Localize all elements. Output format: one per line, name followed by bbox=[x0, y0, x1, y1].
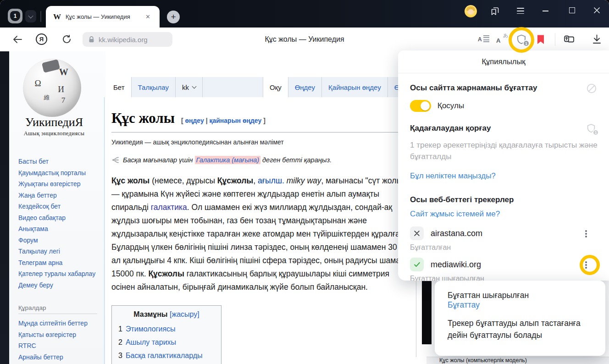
wiki-tab-label: Оқу bbox=[270, 83, 282, 91]
toc-number: 1 bbox=[118, 325, 122, 333]
wiki-tagline: Ашық энциклопедиясы bbox=[9, 130, 99, 137]
content-border bbox=[104, 97, 105, 364]
toc-hide-link[interactable]: [жасыру] bbox=[170, 310, 199, 318]
window-maximize-button[interactable] bbox=[569, 7, 575, 13]
profile-avatar[interactable] bbox=[465, 5, 477, 17]
bracket: [ bbox=[181, 117, 183, 124]
yandex-logo-icon[interactable]: Я bbox=[36, 33, 47, 45]
edit-link[interactable]: өңдеу bbox=[185, 117, 204, 124]
tracking-description: 1 трекер әрекеттеріңізді қадағалауға тыр… bbox=[410, 139, 598, 162]
toc-link[interactable]: Этимологиясы bbox=[126, 325, 176, 333]
side-panels-icon[interactable] bbox=[490, 6, 500, 16]
wiki-page-tabs: Бет Талқылау kk Оқу Өңдеу Қайнарын өңдеу… bbox=[107, 77, 422, 97]
sidebar-link[interactable]: Қателер туралы хабарлау bbox=[18, 268, 101, 280]
address-bar[interactable]: kk.wikipedia.org bbox=[83, 32, 172, 47]
trackers-section-title: Осы веб-беттегі трекерлер bbox=[410, 195, 597, 204]
globe-letter: И bbox=[58, 84, 64, 94]
sidebar-link[interactable]: Форум bbox=[18, 235, 101, 246]
hatnote-prefix: Басқа мағыналар үшін bbox=[123, 156, 195, 164]
wiki-tab-label: Өңдеу bbox=[295, 83, 315, 91]
reader-letter: A bbox=[478, 36, 482, 43]
article-link[interactable]: ағылш. bbox=[258, 176, 284, 185]
bookmark-icon[interactable] bbox=[537, 34, 545, 45]
sidebar-link[interactable]: Қауымдастық порталы bbox=[18, 167, 101, 179]
tracker-row: mediawiki.org Бұғаттан шығарылған bbox=[410, 258, 597, 281]
toc-link[interactable]: Басқа галактикаларды ашу bbox=[118, 352, 203, 364]
window-close-button[interactable] bbox=[593, 7, 600, 14]
toggle-knob bbox=[421, 101, 430, 110]
passwords-icon[interactable] bbox=[563, 34, 575, 45]
translate-kana: あ bbox=[503, 32, 508, 39]
globe-letter: 維 bbox=[44, 94, 50, 102]
refresh-button[interactable] bbox=[61, 34, 72, 44]
toc-number: 2 bbox=[118, 338, 122, 346]
puzzle-piece bbox=[42, 59, 60, 73]
back-button[interactable] bbox=[12, 34, 23, 44]
tab-group-button[interactable]: 1 bbox=[8, 9, 22, 23]
privacy-panel: Құпиялылық Осы сайтта жарнаманы бұғаттау… bbox=[398, 50, 609, 281]
browser-tab-active[interactable]: W Құс жолы — Уикипедия ✕ bbox=[46, 6, 160, 28]
tracker-menu-button[interactable] bbox=[581, 259, 591, 270]
tab-close-icon[interactable]: ✕ bbox=[145, 13, 150, 20]
protect-shield-button[interactable]: 1 bbox=[516, 34, 527, 45]
disambiguation-icon bbox=[111, 156, 119, 164]
toc-link[interactable]: Ашылу тарихы bbox=[126, 338, 176, 346]
tracker-list: airastana.com Бұғатталған mediawiki.org … bbox=[410, 226, 597, 281]
url-text: kk.wikipedia.org bbox=[99, 36, 148, 44]
article-link[interactable]: галактика bbox=[151, 203, 187, 212]
toc-item[interactable]: 1Этимологиясы bbox=[118, 322, 215, 336]
sidebar-link[interactable]: Демеу беру bbox=[18, 280, 101, 291]
globe-letter: W bbox=[59, 67, 68, 77]
sidebar-link[interactable]: Видео сабақтар bbox=[18, 212, 101, 224]
article-image-fragment bbox=[422, 281, 432, 344]
hatnote-suffix: деген бетті қараңыз. bbox=[260, 156, 332, 164]
avatar-face bbox=[468, 9, 474, 15]
sidebar-link[interactable]: Қатысты өзгерістер bbox=[18, 329, 101, 341]
tab-group-chevron-button[interactable] bbox=[25, 10, 36, 22]
download-icon[interactable] bbox=[592, 34, 602, 44]
sidebar-link[interactable]: Телеграм арна bbox=[18, 257, 101, 269]
new-tab-button[interactable]: + bbox=[167, 11, 180, 23]
wiki-tab[interactable]: Бет bbox=[107, 77, 132, 97]
wiki-tab[interactable]: Оқу bbox=[263, 77, 288, 97]
x-icon bbox=[414, 230, 420, 237]
toc-item[interactable]: 2Ашылу тарихы bbox=[118, 336, 215, 349]
tracking-badge: 1 bbox=[592, 129, 599, 136]
toc-item[interactable]: 3Басқа галактикаларды ашу bbox=[118, 349, 215, 364]
tracking-section-title: Қадағалаудан қорғау bbox=[410, 124, 491, 133]
reader-lines bbox=[483, 35, 489, 44]
hatnote-link[interactable]: Галактика (мағына) bbox=[195, 156, 261, 164]
menu-block-action[interactable]: Бұғаттау bbox=[448, 300, 480, 309]
sidebar-link[interactable]: Жуықтағы өзгерістер bbox=[18, 178, 101, 190]
sidebar-link[interactable]: Талқылау легі bbox=[18, 246, 101, 257]
tab-group-count: 1 bbox=[14, 13, 17, 19]
tracker-menu-button[interactable] bbox=[581, 228, 591, 239]
hatnote: Басқа мағыналар үшін Галактика (мағына) … bbox=[111, 156, 332, 164]
site-not-working-link[interactable]: Сайт жұмыс істемей ме? bbox=[410, 210, 500, 219]
wiki-sidebar: W Ω И 維 7 УикипедиЯ Ашық энциклопедиясы … bbox=[9, 51, 105, 364]
sidebar-link[interactable]: Жаңа беттер bbox=[18, 190, 101, 201]
wiki-tab[interactable]: Талқылау bbox=[132, 77, 176, 97]
sidebar-link[interactable]: Анықтама bbox=[18, 223, 101, 235]
edit-source-link[interactable]: қайнарын өңдеу bbox=[209, 117, 261, 124]
wiki-tab[interactable]: kk bbox=[176, 77, 203, 97]
reader-mode-icon[interactable]: A bbox=[478, 35, 489, 44]
window-minimize-button[interactable] bbox=[543, 11, 548, 11]
translate-icon[interactable]: A あ bbox=[496, 32, 508, 44]
sidebar-link[interactable]: Мұнда сілтейтін беттер bbox=[18, 318, 101, 329]
adblock-toggle[interactable] bbox=[410, 100, 431, 112]
wikipedia-logo[interactable]: W Ω И 維 7 bbox=[23, 59, 81, 117]
browser-tab-bar: 1 W Құс жолы — Уикипедия ✕ + bbox=[0, 0, 609, 28]
chevron-down-icon bbox=[192, 84, 196, 88]
sidebar-link[interactable]: Кездейсоқ бет bbox=[18, 201, 101, 212]
sidebar-link[interactable]: RTRC bbox=[18, 340, 101, 352]
menu-note: Трекер бұғаттауды алып тастағанға дейін … bbox=[448, 317, 591, 341]
lock-icon bbox=[88, 36, 95, 43]
wiki-tab[interactable]: Қайнарын өңдеу bbox=[322, 77, 388, 97]
sidebar-link[interactable]: Басты бет bbox=[18, 156, 101, 167]
why-important-link[interactable]: Бұл неліктен маңызды? bbox=[410, 171, 496, 181]
menu-hamburger-icon[interactable] bbox=[517, 8, 524, 16]
sidebar-link[interactable]: Арнайы беттер bbox=[18, 352, 101, 363]
wiki-tab[interactable]: Өңдеу bbox=[288, 77, 322, 97]
toc-list: 1Этимологиясы 2Ашылу тарихы 3Басқа галак… bbox=[118, 322, 215, 364]
